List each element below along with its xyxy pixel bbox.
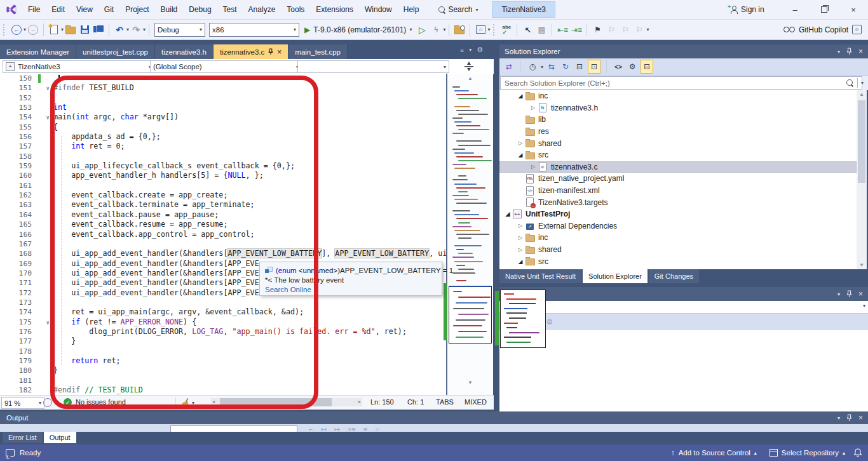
- code-line[interactable]: 165 event_callback.resume = app_resume;: [0, 220, 446, 229]
- code-line[interactable]: 157 int ret = 0;: [0, 142, 446, 151]
- refresh-icon[interactable]: ↻: [560, 60, 571, 73]
- undo-button[interactable]: ↶: [112, 22, 126, 37]
- next-message-icon[interactable]: ↦: [334, 425, 340, 432]
- document-tab-tizennative3-c[interactable]: tizennative3.c×: [214, 44, 288, 59]
- code-line[interactable]: 166 event_callback.app_control = app_con…: [0, 230, 446, 239]
- find-in-files-button[interactable]: [452, 22, 466, 37]
- sync-with-active-document-icon[interactable]: ⇆: [546, 60, 557, 73]
- code-line[interactable]: 152: [0, 93, 446, 103]
- window-position-dropdown-icon[interactable]: ▾: [837, 415, 840, 421]
- scroll-left-icon[interactable]: ◂: [212, 399, 215, 404]
- pin-icon[interactable]: [846, 48, 852, 55]
- close-icon[interactable]: ×: [858, 47, 863, 56]
- tree-item-shared[interactable]: ▷shared: [499, 244, 857, 256]
- menu-file[interactable]: File: [22, 0, 46, 19]
- menu-edit[interactable]: Edit: [46, 0, 71, 19]
- document-health-icon[interactable]: [43, 398, 52, 407]
- menu-extensions[interactable]: Extensions: [310, 0, 359, 19]
- github-copilot-button[interactable]: GitHub Copilot ☺: [783, 20, 862, 39]
- menu-view[interactable]: View: [71, 0, 98, 19]
- scroll-right-icon[interactable]: ▸: [358, 399, 361, 404]
- code-line[interactable]: 177 }: [0, 337, 446, 346]
- member-dropdown[interactable]: ▾: [297, 60, 449, 73]
- code-line[interactable]: 180}: [0, 366, 446, 375]
- format-document-button[interactable]: ▤: [534, 22, 548, 37]
- menu-debug[interactable]: Debug: [183, 0, 217, 19]
- issues-status-label[interactable]: No issues found: [76, 398, 126, 406]
- dock-tab-solution-explorer[interactable]: Solution Explorer: [583, 269, 648, 283]
- fold-collapse-icon[interactable]: ∨: [32, 113, 53, 123]
- window-position-dropdown-icon[interactable]: ▾: [837, 291, 840, 297]
- previous-bookmark-button[interactable]: ⚐: [604, 22, 618, 37]
- code-line[interactable]: 167: [0, 239, 446, 249]
- code-line[interactable]: 174 ret = ui_app_main(argc, argv, &event…: [0, 307, 446, 317]
- bookmarks-dropdown-icon[interactable]: ▾: [646, 27, 649, 32]
- pin-icon[interactable]: [846, 290, 852, 298]
- expanded-arrow-icon[interactable]: ◢: [516, 152, 525, 158]
- window-position-dropdown-icon[interactable]: ▾: [837, 49, 840, 55]
- tree-item-tizen-manifest-xml[interactable]: </>tizen-manifest.xml: [499, 185, 857, 197]
- tree-item-res[interactable]: res: [499, 126, 857, 138]
- toolbar-grip[interactable]: [3, 24, 6, 36]
- tree-item-tizen-native-project-yaml[interactable]: YMLtizen_native_project.yaml: [499, 173, 857, 185]
- code-line[interactable]: 163 event_callback.terminate = app_termi…: [0, 200, 446, 210]
- line-indicator[interactable]: Ln: 150: [370, 398, 394, 406]
- column-indicator[interactable]: Ch: 1: [407, 398, 424, 406]
- pin-icon[interactable]: [268, 48, 273, 55]
- save-all-button[interactable]: [92, 22, 105, 37]
- scroll-tabs-icon[interactable]: «: [460, 46, 464, 54]
- properties-wrench-icon[interactable]: ⚙: [627, 60, 638, 73]
- clear-all-icon[interactable]: ×≡: [348, 425, 356, 432]
- platform-dropdown[interactable]: x86 ▾: [209, 23, 299, 37]
- indent-mode-indicator[interactable]: TABS: [436, 398, 454, 406]
- tab-list-dropdown-icon[interactable]: ▾: [469, 47, 471, 53]
- menu-help[interactable]: Help: [398, 0, 425, 19]
- open-folder-button[interactable]: [64, 22, 78, 37]
- toggle-bookmark-button[interactable]: ⚑: [590, 22, 604, 37]
- show-all-files-icon[interactable]: ⊡: [588, 60, 600, 74]
- fold-collapse-icon[interactable]: ∨: [32, 84, 53, 93]
- menu-window[interactable]: Window: [359, 0, 398, 19]
- attach-dropdown-icon[interactable]: ▾: [443, 27, 445, 32]
- select-tool-button[interactable]: ↖: [520, 22, 534, 37]
- sign-in-button[interactable]: + Sign in: [729, 0, 764, 19]
- code-line[interactable]: 164 event_callback.pause = app_pause;: [0, 210, 446, 220]
- dock-tab-git-changes[interactable]: Git Changes: [649, 269, 699, 283]
- code-line[interactable]: 178: [0, 347, 446, 356]
- tree-item-src[interactable]: ◢src: [499, 149, 857, 161]
- document-tab-extension-manager[interactable]: Extension Manager: [0, 44, 76, 59]
- properties-object-dropdown[interactable]: ▾: [499, 301, 868, 314]
- pending-changes-filter-icon[interactable]: ◷: [527, 60, 538, 73]
- collapsed-arrow-icon[interactable]: ▷: [529, 164, 538, 170]
- minimize-button[interactable]: –: [780, 0, 810, 19]
- previous-message-icon[interactable]: ↤: [320, 425, 326, 432]
- code-line[interactable]: 151∨#ifndef TEST_BUILD: [0, 83, 446, 93]
- code-line[interactable]: 159 ui_app_lifecycle_callback_s event_ca…: [0, 161, 446, 171]
- minimap-viewport[interactable]: [449, 286, 492, 344]
- code-line[interactable]: 181: [0, 376, 446, 385]
- code-line[interactable]: 175∨ if (ret != APP_ERROR_NONE) {: [0, 317, 446, 327]
- preview-selected-items-icon[interactable]: ⊟: [641, 60, 653, 74]
- search-solution-explorer-input[interactable]: [500, 76, 862, 90]
- tree-item-inc[interactable]: ◢inc: [499, 90, 857, 102]
- tab-settings-gear-icon[interactable]: ⚙: [477, 46, 483, 54]
- fold-collapse-icon[interactable]: ∨: [32, 318, 53, 328]
- save-button[interactable]: [78, 22, 92, 37]
- tree-item-lib[interactable]: lib: [499, 114, 857, 126]
- zoom-dropdown[interactable]: 91 % ▾: [1, 397, 44, 409]
- bottom-tab-error-list[interactable]: Error List: [3, 432, 43, 443]
- code-cleanup-dropdown-icon[interactable]: ▾: [192, 400, 194, 406]
- minimap-scrollbar[interactable]: ▲ ▼: [446, 74, 493, 395]
- project-dropdown[interactable]: + TizenNative3 ▾: [3, 60, 154, 73]
- tree-item-tizennative3-targets[interactable]: TizenNative3.targets: [499, 196, 857, 208]
- home-dropdown-icon[interactable]: ▾: [487, 27, 490, 32]
- code-line[interactable]: 155{: [0, 123, 446, 132]
- split-window-icon[interactable]: [464, 62, 474, 71]
- scroll-down-icon[interactable]: ▼: [857, 262, 867, 268]
- document-tab-main-test-cpp[interactable]: main_test.cpp: [288, 44, 348, 59]
- code-line[interactable]: 182#endif // TEST_BUILD: [0, 385, 446, 395]
- tree-item-inc[interactable]: ▷inc: [499, 232, 857, 244]
- scroll-down-icon[interactable]: ▼: [447, 380, 493, 385]
- select-repository-button[interactable]: Select Repository ▴: [766, 444, 849, 461]
- collapsed-arrow-icon[interactable]: ▷: [529, 105, 538, 110]
